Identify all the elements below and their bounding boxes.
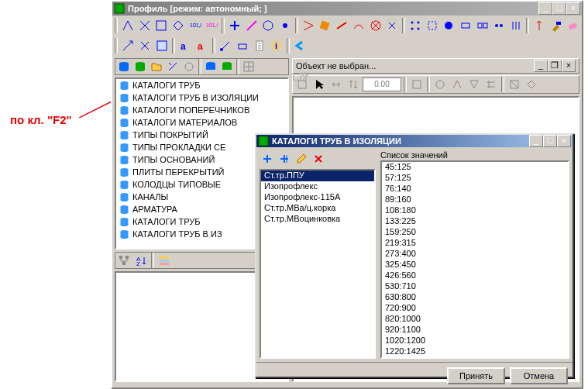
close-button[interactable]: × bbox=[557, 135, 571, 147]
close-button[interactable]: × bbox=[566, 2, 580, 15]
add-icon[interactable] bbox=[227, 18, 242, 33]
tool-icon[interactable] bbox=[328, 77, 344, 92]
tree-item[interactable]: КАТАЛОГИ МАТЕРИАЛОВ bbox=[116, 116, 287, 129]
minimize-button[interactable]: _ bbox=[529, 135, 543, 147]
tool-icon[interactable] bbox=[368, 18, 383, 33]
list-item[interactable]: Изопрофлекс bbox=[261, 181, 374, 192]
add-icon[interactable] bbox=[260, 151, 275, 167]
tool-icon[interactable] bbox=[235, 38, 250, 53]
eraser-icon[interactable] bbox=[565, 18, 580, 33]
pointer-icon[interactable] bbox=[311, 77, 327, 92]
list-item[interactable]: Ст.тр.МВоцинковка bbox=[261, 214, 374, 225]
list-item[interactable]: 920:1100 bbox=[382, 325, 568, 336]
list-item[interactable]: 820:1000 bbox=[382, 314, 568, 325]
main-title-bar[interactable]: Профиль [режим: автономный; ] _ □ × bbox=[112, 2, 582, 15]
tool-icon[interactable] bbox=[277, 18, 293, 33]
tool-icon[interactable] bbox=[170, 18, 186, 33]
minimize-button[interactable]: _ bbox=[534, 60, 548, 72]
nav-icon[interactable] bbox=[120, 38, 136, 53]
list-item[interactable]: 45:125 bbox=[382, 162, 568, 173]
tool-icon[interactable] bbox=[351, 18, 366, 33]
list-item[interactable]: 89:160 bbox=[382, 194, 568, 205]
sort-icon[interactable]: AZ bbox=[133, 253, 149, 268]
tool-icon[interactable] bbox=[507, 77, 522, 92]
close-button[interactable]: × bbox=[562, 60, 576, 72]
tool-icon[interactable] bbox=[384, 18, 400, 33]
list-item[interactable]: 325:450 bbox=[382, 260, 568, 270]
list-item[interactable]: 76:140 bbox=[382, 184, 568, 194]
tree-item[interactable]: КАТАЛОГИ ТРУБ В ИЗОЛЯЦИИ bbox=[116, 91, 287, 104]
tool-icon[interactable] bbox=[524, 77, 539, 92]
grid-icon[interactable] bbox=[241, 59, 256, 74]
list-item[interactable]: 133:225 bbox=[382, 216, 568, 227]
tool-icon[interactable] bbox=[432, 77, 448, 92]
doc-icon[interactable] bbox=[252, 38, 267, 53]
tool-icon[interactable] bbox=[261, 18, 277, 33]
cancel-button[interactable]: Отмена bbox=[510, 367, 568, 384]
hierarchy-icon[interactable] bbox=[116, 253, 132, 268]
tool-icon[interactable] bbox=[458, 18, 473, 33]
minimize-button[interactable]: _ bbox=[538, 2, 552, 15]
db-icon[interactable] bbox=[219, 59, 235, 74]
values-list[interactable]: 45:12557:12576:14089:160108:180133:22515… bbox=[380, 160, 569, 359]
list-item[interactable]: 1020:1200 bbox=[382, 336, 568, 346]
list-item[interactable]: Ст.тр.ППУ bbox=[261, 170, 374, 181]
text-icon[interactable]: a bbox=[177, 38, 193, 53]
tool-icon[interactable] bbox=[409, 77, 425, 92]
list-item[interactable]: Изопрофлекс-115А bbox=[261, 192, 374, 203]
tool-icon[interactable] bbox=[442, 18, 457, 33]
db-icon[interactable] bbox=[132, 59, 148, 74]
db-icon[interactable] bbox=[116, 59, 132, 74]
list-item[interactable]: 426:560 bbox=[382, 270, 568, 281]
dialog-title-bar[interactable]: КАТАЛОГИ ТРУБ В ИЗОЛЯЦИИ _ □ × bbox=[256, 135, 573, 147]
tool-icon[interactable] bbox=[483, 77, 499, 92]
list-item[interactable]: 273:400 bbox=[382, 249, 568, 260]
tool-icon[interactable] bbox=[137, 18, 153, 33]
tool-icon[interactable] bbox=[120, 18, 136, 33]
list-item[interactable]: 1220:1425 bbox=[382, 346, 568, 357]
back-icon[interactable] bbox=[292, 38, 308, 53]
tool-icon[interactable] bbox=[531, 18, 547, 33]
edit-icon[interactable] bbox=[294, 151, 309, 167]
list-item[interactable]: Ст.тр.МВа/ц.корка bbox=[261, 203, 374, 214]
tool-icon[interactable] bbox=[407, 18, 423, 33]
delete-icon[interactable] bbox=[311, 151, 326, 167]
tool-icon[interactable] bbox=[508, 18, 524, 33]
tool-icon[interactable] bbox=[425, 18, 440, 33]
folder-icon[interactable] bbox=[149, 59, 164, 74]
maximize-button[interactable]: □ bbox=[552, 2, 566, 15]
tool-num-icon[interactable]: 101,0 bbox=[187, 18, 203, 33]
tool-icon[interactable] bbox=[318, 18, 333, 33]
tool-icon[interactable] bbox=[153, 18, 169, 33]
tool-num-icon[interactable]: 101,0 bbox=[204, 18, 219, 33]
hammer-icon[interactable] bbox=[548, 18, 564, 33]
tool-icon[interactable] bbox=[492, 18, 507, 33]
nav-icon[interactable] bbox=[137, 38, 153, 53]
list-item[interactable]: 530:710 bbox=[382, 281, 568, 292]
db-icon[interactable] bbox=[203, 59, 218, 74]
restore-button[interactable]: ❐ bbox=[548, 60, 562, 72]
prop-icon[interactable] bbox=[156, 253, 172, 268]
tool-icon[interactable] bbox=[334, 18, 349, 33]
tool-icon[interactable] bbox=[301, 18, 316, 33]
type-list[interactable]: Ст.тр.ППУИзопрофлексИзопрофлекс-115АСт.т… bbox=[260, 169, 376, 359]
nav-icon[interactable] bbox=[154, 38, 170, 53]
tool-icon[interactable] bbox=[466, 77, 482, 92]
text-icon[interactable]: a bbox=[194, 38, 210, 53]
info-icon[interactable]: i bbox=[269, 38, 284, 53]
add-last-icon[interactable] bbox=[277, 151, 292, 167]
list-item[interactable]: 630:800 bbox=[382, 292, 568, 303]
tree-item[interactable]: КАТАЛОГИ ТРУБ bbox=[116, 79, 287, 91]
tool-icon[interactable] bbox=[244, 18, 260, 33]
tool-icon[interactable] bbox=[165, 59, 181, 74]
list-item[interactable]: 219:315 bbox=[382, 238, 568, 249]
tool-icon[interactable] bbox=[475, 18, 490, 33]
tool-icon[interactable] bbox=[181, 59, 197, 74]
accept-button[interactable]: Принять bbox=[447, 367, 505, 384]
tool-icon[interactable] bbox=[346, 77, 361, 92]
list-item[interactable]: 108:180 bbox=[382, 205, 568, 216]
maximize-button[interactable]: □ bbox=[543, 135, 557, 147]
tool-icon[interactable] bbox=[449, 77, 465, 92]
list-item[interactable]: 720:900 bbox=[382, 303, 568, 314]
zoom-value[interactable]: 0.00 bbox=[363, 77, 401, 91]
